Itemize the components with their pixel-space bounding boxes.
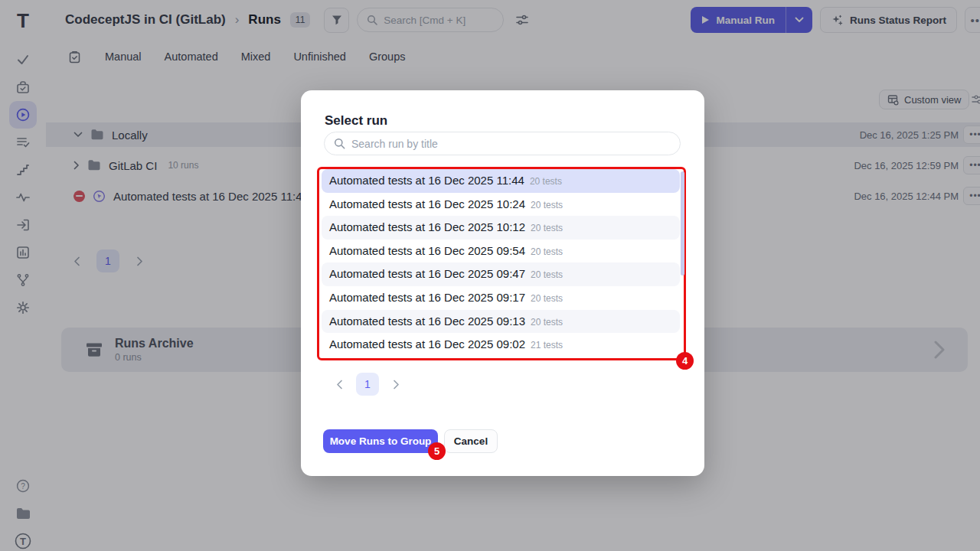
run-option[interactable]: Automated tests at 16 Dec 2025 10:24 20 … — [322, 193, 680, 217]
page-number-button[interactable]: 1 — [356, 373, 379, 396]
move-runs-to-group-button[interactable]: Move Runs to Group — [323, 429, 438, 453]
modal-title: Select run — [325, 113, 387, 129]
run-option[interactable]: Automated tests at 16 Dec 2025 09:47 20 … — [322, 262, 680, 286]
page-next-button[interactable] — [387, 375, 405, 393]
cancel-button[interactable]: Cancel — [444, 429, 498, 453]
run-option-title: Automated tests at 16 Dec 2025 09:54 — [329, 244, 525, 257]
run-option[interactable]: Automated tests at 16 Dec 2025 10:12 20 … — [322, 216, 680, 240]
run-option-count: 20 tests — [531, 293, 563, 304]
run-option-count: 20 tests — [531, 200, 563, 210]
run-option[interactable]: Automated tests at 16 Dec 2025 09:54 20 … — [322, 240, 680, 263]
run-option-count: 20 tests — [531, 269, 563, 280]
run-search-input[interactable] — [351, 138, 671, 150]
run-option-title: Automated tests at 16 Dec 2025 11:44 — [329, 174, 524, 187]
run-option-title: Automated tests at 16 Dec 2025 09:17 — [329, 291, 525, 304]
run-option[interactable]: Automated tests at 16 Dec 2025 09:13 20 … — [322, 310, 680, 334]
run-option-count: 20 tests — [530, 176, 562, 187]
run-option-selected[interactable]: Automated tests at 16 Dec 2025 11:44 20 … — [322, 169, 680, 193]
annotation-badge-4: 4 — [676, 352, 694, 370]
run-option-title: Automated tests at 16 Dec 2025 10:24 — [329, 197, 525, 210]
run-option-title: Automated tests at 16 Dec 2025 09:13 — [329, 315, 525, 328]
run-option-title: Automated tests at 16 Dec 2025 10:12 — [329, 220, 525, 233]
run-option-count: 20 tests — [531, 317, 563, 328]
run-option-count: 20 tests — [531, 246, 563, 257]
page-prev-button[interactable] — [330, 375, 348, 393]
run-option-count: 21 tests — [531, 340, 563, 350]
run-option[interactable]: Automated tests at 16 Dec 2025 09:02 21 … — [322, 333, 680, 357]
run-option[interactable]: Automated tests at 16 Dec 2025 09:17 20 … — [322, 286, 680, 310]
modal-actions: Move Runs to Group Cancel — [323, 429, 498, 453]
select-run-modal: Select run Automated tests at 16 Dec 202… — [301, 90, 704, 476]
run-option-title: Automated tests at 16 Dec 2025 09:02 — [329, 337, 525, 350]
run-search-field[interactable] — [324, 132, 681, 155]
run-select-list: Automated tests at 16 Dec 2025 11:44 20 … — [322, 169, 680, 357]
annotation-badge-5: 5 — [428, 442, 446, 460]
list-scrollbar[interactable] — [681, 171, 684, 276]
modal-pagination: 1 — [330, 373, 405, 396]
run-option-title: Automated tests at 16 Dec 2025 09:47 — [329, 267, 525, 280]
run-option-count: 20 tests — [531, 223, 563, 233]
search-icon — [334, 138, 345, 149]
